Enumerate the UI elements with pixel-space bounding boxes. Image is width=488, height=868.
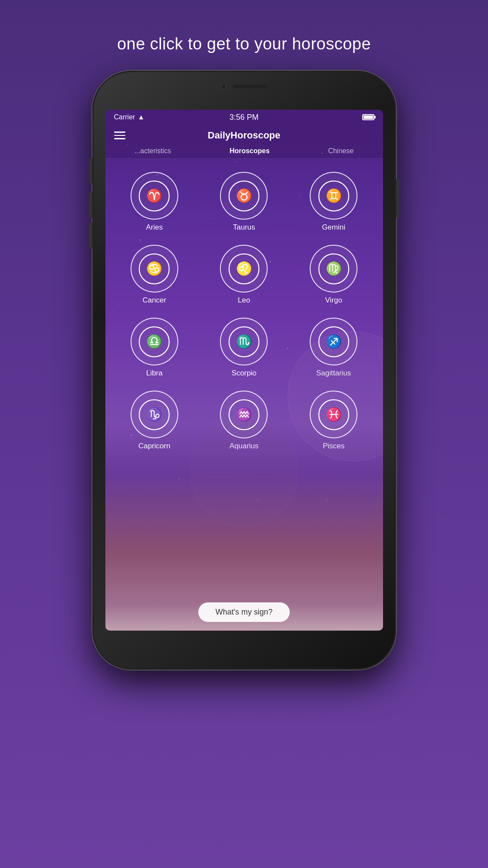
sign-name-taurus: Taurus — [233, 223, 255, 232]
wifi-icon: ▲ — [138, 113, 144, 121]
svg-text:♌: ♌ — [236, 260, 252, 276]
speaker-bar — [233, 85, 267, 88]
sign-name-scorpio: Scorpio — [232, 369, 257, 378]
sign-circle-cancer: ♋ — [131, 245, 178, 293]
svg-text:♐: ♐ — [326, 333, 342, 349]
sign-name-leo: Leo — [238, 296, 250, 305]
sign-name-libra: Libra — [146, 369, 163, 378]
status-time: 3:56 PM — [229, 113, 259, 122]
whats-my-sign-button[interactable]: What's my sign? — [198, 602, 290, 622]
svg-point-19 — [326, 500, 327, 501]
tab-chinese[interactable]: Chinese — [328, 147, 354, 155]
sign-name-virgo: Virgo — [325, 296, 342, 305]
svg-text:♎: ♎ — [146, 333, 163, 349]
sign-name-cancer: Cancer — [142, 296, 166, 305]
sign-circle-virgo: ♍ — [310, 245, 357, 293]
svg-text:♈: ♈ — [146, 187, 163, 203]
tab-characteristics[interactable]: ...acteristics — [134, 147, 171, 155]
sign-scorpio[interactable]: ♏ Scorpio — [199, 313, 289, 382]
sign-capricorn[interactable]: ♑ Capricorn — [110, 386, 200, 455]
sign-libra[interactable]: ♎ Libra — [110, 313, 200, 382]
menu-button[interactable] — [114, 132, 125, 139]
sign-circle-taurus: ♉ — [220, 172, 268, 220]
sign-circle-gemini: ♊ — [310, 172, 357, 220]
sign-name-aries: Aries — [146, 223, 163, 232]
camera-area — [221, 84, 267, 89]
sign-circle-aries: ♈ — [131, 172, 178, 220]
battery-icon — [362, 114, 374, 120]
svg-text:♋: ♋ — [146, 260, 163, 276]
carrier-label: Carrier — [114, 113, 135, 121]
status-bar: Carrier ▲ 3:56 PM — [105, 110, 383, 125]
phone-screen: Carrier ▲ 3:56 PM DailyHoroscope ...acte… — [105, 110, 383, 631]
tagline: one click to get to your horoscope — [117, 35, 371, 53]
sign-virgo[interactable]: ♍ Virgo — [289, 240, 379, 309]
sign-taurus[interactable]: ♉ Taurus — [199, 168, 289, 236]
sign-circle-pisces: ♓ — [310, 391, 357, 438]
phone-mockup: Carrier ▲ 3:56 PM DailyHoroscope ...acte… — [92, 71, 396, 830]
sign-circle-scorpio: ♏ — [220, 318, 268, 365]
sign-circle-libra: ♎ — [131, 318, 178, 365]
phone-shell: Carrier ▲ 3:56 PM DailyHoroscope ...acte… — [92, 71, 396, 670]
sign-name-gemini: Gemini — [322, 223, 345, 232]
tab-bar: ...acteristics Horoscopes Chinese — [105, 145, 383, 159]
svg-text:♊: ♊ — [326, 187, 342, 203]
sign-aries[interactable]: ♈ Aries — [110, 168, 200, 236]
svg-text:♏: ♏ — [236, 333, 252, 349]
sign-leo[interactable]: ♌ Leo — [199, 240, 289, 309]
signs-grid: ♈ Aries ♉ Taurus — [105, 159, 383, 464]
svg-text:♑: ♑ — [146, 406, 163, 422]
bottom-area: What's my sign? — [105, 602, 383, 622]
sign-cancer[interactable]: ♋ Cancer — [110, 240, 200, 309]
svg-text:♉: ♉ — [236, 187, 252, 203]
sign-circle-aquarius: ♒ — [220, 391, 268, 438]
sign-gemini[interactable]: ♊ Gemini — [289, 168, 379, 236]
tab-horoscopes[interactable]: Horoscopes — [229, 147, 269, 155]
carrier-area: Carrier ▲ — [114, 113, 145, 121]
sign-circle-leo: ♌ — [220, 245, 268, 293]
app-header: DailyHoroscope — [105, 125, 383, 145]
svg-text:♒: ♒ — [236, 406, 252, 422]
svg-text:♍: ♍ — [326, 260, 342, 276]
sign-circle-sagittarius: ♐ — [310, 318, 357, 365]
camera-dot — [221, 84, 226, 89]
svg-text:♓: ♓ — [326, 406, 342, 422]
svg-point-17 — [179, 478, 180, 479]
app-title: DailyHoroscope — [208, 130, 281, 141]
sign-circle-capricorn: ♑ — [131, 391, 178, 438]
sign-name-capricorn: Capricorn — [138, 442, 170, 450]
